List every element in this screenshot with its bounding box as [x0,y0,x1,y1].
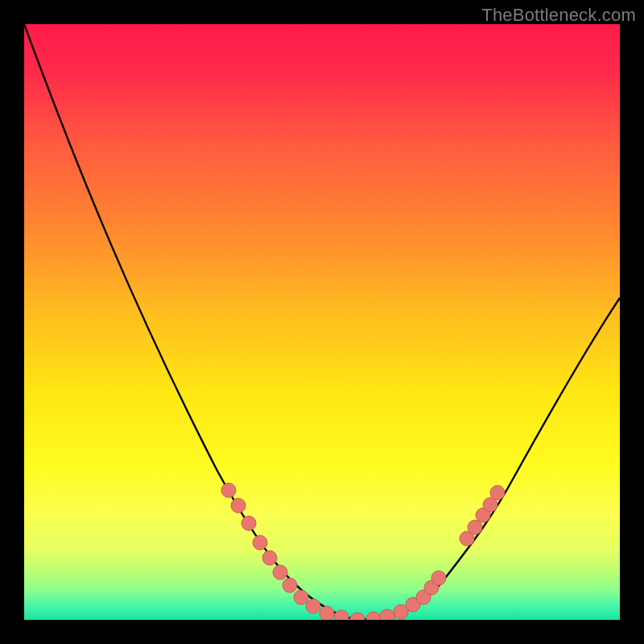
svg-rect-0 [24,24,620,620]
background-gradient [24,24,620,620]
chart-plot-area [24,24,620,620]
watermark-text: TheBottleneck.com [481,5,636,26]
